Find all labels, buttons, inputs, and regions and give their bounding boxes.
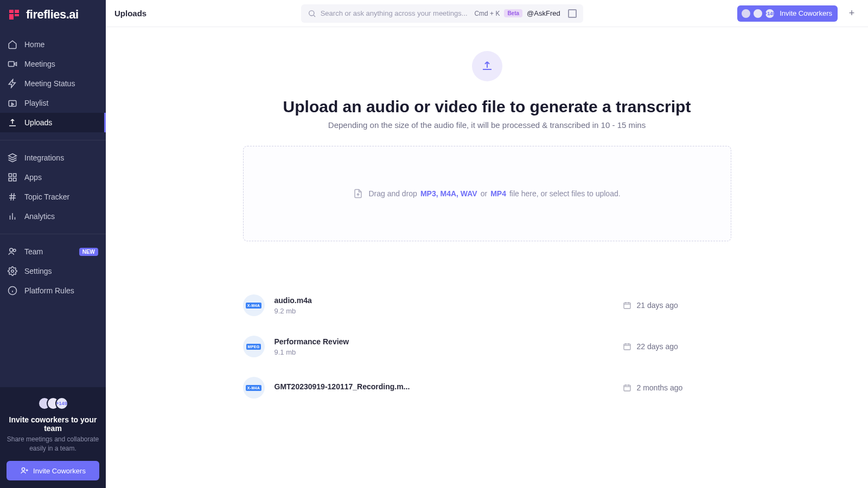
file-date: 21 days ago <box>623 301 731 310</box>
hero-subtitle: Depending on the size of the audio file,… <box>243 120 731 130</box>
askfred-mention: @AskFred <box>527 9 560 17</box>
team-icon <box>8 247 17 256</box>
upload-hero: Upload an audio or video file to generat… <box>243 51 731 241</box>
file-name: Performance Review <box>275 337 437 346</box>
file-size: 9.2 mb <box>275 307 613 315</box>
file-type-icon: X-M4A <box>243 377 265 399</box>
file-meta: GMT20230919-120117_Recording.m... <box>275 382 613 393</box>
file-name: audio.m4a <box>275 296 437 305</box>
sidebar-item-settings[interactable]: Settings <box>0 261 106 281</box>
search-input[interactable] <box>321 9 470 17</box>
search-container[interactable]: Cmd + K Beta @AskFred <box>301 4 583 23</box>
sidebar-item-meeting-status[interactable]: Meeting Status <box>0 74 106 93</box>
file-type-icon: X-M4A <box>243 294 265 316</box>
calendar-icon <box>623 342 631 351</box>
svg-point-13 <box>10 248 13 252</box>
sidebar-label: Playlist <box>24 99 48 107</box>
shortcut-hint: Cmd + K <box>474 10 500 17</box>
hash-icon <box>8 192 17 202</box>
hero-title: Upload an audio or video file to generat… <box>243 98 731 116</box>
sidebar-item-integrations[interactable]: Integrations <box>0 148 106 168</box>
home-icon <box>8 40 17 49</box>
video-icon <box>8 59 17 69</box>
beta-badge: Beta <box>504 9 522 17</box>
file-meta: audio.m4a 9.2 mb <box>275 296 613 315</box>
svg-point-19 <box>22 468 24 471</box>
upload-hero-icon <box>472 51 502 81</box>
calendar-icon <box>623 383 631 392</box>
svg-line-23 <box>314 15 315 17</box>
nav-group-main: Home Meetings Meeting Status Playlist Up… <box>0 31 106 136</box>
stop-icon[interactable] <box>568 9 577 18</box>
add-button[interactable]: + <box>844 6 859 21</box>
file-name: GMT20230919-120117_Recording.m... <box>275 382 437 391</box>
file-badge: X-M4A <box>246 385 261 391</box>
dropzone[interactable]: Drag and drop MP3, M4A, WAV or MP4 file … <box>243 146 731 241</box>
sidebar-item-topic-tracker[interactable]: Topic Tracker <box>0 187 106 207</box>
sidebar-label: Platform Rules <box>24 286 74 295</box>
new-badge: NEW <box>79 248 98 256</box>
calendar-icon <box>623 301 631 310</box>
layers-icon <box>8 153 17 163</box>
sidebar-item-apps[interactable]: Apps <box>0 168 106 187</box>
search-icon <box>308 9 316 18</box>
file-row[interactable]: MPEG Performance Review 9.1 mb 22 days a… <box>243 326 731 367</box>
avatar <box>752 8 763 19</box>
svg-line-8 <box>11 193 12 201</box>
file-meta: Performance Review 9.1 mb <box>275 337 613 356</box>
svg-point-15 <box>11 270 14 273</box>
svg-rect-3 <box>14 174 16 176</box>
sidebar-item-home[interactable]: Home <box>0 35 106 54</box>
dropzone-or: or <box>481 189 487 198</box>
invite-subtitle: Share meetings and collaborate easily in… <box>7 435 99 453</box>
main: Uploads Cmd + K Beta @AskFred +149 Invit… <box>106 0 868 488</box>
file-list: X-M4A audio.m4a 9.2 mb 21 days ago MPEG … <box>243 285 731 408</box>
svg-rect-0 <box>9 62 15 67</box>
svg-rect-24 <box>624 303 630 309</box>
upload-arrow-icon <box>481 60 494 73</box>
avatar-stack: +149 <box>7 397 99 410</box>
file-date-text: 21 days ago <box>637 301 678 310</box>
content: Upload an audio or video file to generat… <box>106 27 868 488</box>
nav-divider <box>0 140 106 140</box>
file-date-text: 22 days ago <box>637 342 678 351</box>
file-row[interactable]: X-M4A audio.m4a 9.2 mb 21 days ago <box>243 285 731 326</box>
dropzone-text-post: file here, or select files to upload. <box>509 189 621 198</box>
brand-logo[interactable]: fireflies.ai <box>0 0 106 31</box>
avatar-count: +149 <box>764 8 775 19</box>
invite-coworkers-button[interactable]: Invite Coworkers <box>7 461 99 480</box>
dropzone-formats1: MP3, M4A, WAV <box>420 189 477 198</box>
invite-top-label: Invite Coworkers <box>780 9 832 17</box>
topbar-actions: +149 Invite Coworkers + <box>737 5 859 22</box>
sidebar-item-team[interactable]: Team NEW <box>0 242 106 261</box>
svg-rect-5 <box>14 178 16 181</box>
avatar-count: +149 <box>55 397 68 410</box>
svg-point-22 <box>309 10 314 15</box>
sidebar-item-uploads[interactable]: Uploads <box>0 113 106 132</box>
dropzone-formats2: MP4 <box>490 189 506 198</box>
file-row[interactable]: X-M4A GMT20230919-120117_Recording.m... … <box>243 367 731 408</box>
topbar: Uploads Cmd + K Beta @AskFred +149 Invit… <box>106 0 868 27</box>
svg-rect-32 <box>624 385 630 391</box>
sidebar-label: Meeting Status <box>24 79 75 88</box>
sidebar: fireflies.ai Home Meetings Meeting Statu… <box>0 0 106 488</box>
file-size: 9.1 mb <box>275 348 613 356</box>
sidebar-item-analytics[interactable]: Analytics <box>0 207 106 226</box>
upload-icon <box>8 118 17 127</box>
file-upload-icon <box>353 189 363 198</box>
nav-group-tertiary: Team NEW Settings Platform Rules <box>0 239 106 304</box>
invite-cta-label: Invite Coworkers <box>33 467 86 475</box>
sidebar-item-meetings[interactable]: Meetings <box>0 54 106 74</box>
sidebar-label: Analytics <box>24 212 55 221</box>
sidebar-item-platform-rules[interactable]: Platform Rules <box>0 281 106 300</box>
file-date: 22 days ago <box>623 342 731 351</box>
sidebar-label: Team <box>24 247 43 256</box>
svg-rect-28 <box>624 344 630 350</box>
invite-title: Invite coworkers to your team <box>7 415 99 433</box>
dropzone-text-pre: Drag and drop <box>368 189 417 198</box>
brand-name: fireflies.ai <box>26 8 79 22</box>
file-date: 2 months ago <box>623 383 731 392</box>
invite-coworkers-top-button[interactable]: +149 Invite Coworkers <box>737 5 838 22</box>
page-title: Uploads <box>114 9 146 18</box>
sidebar-item-playlist[interactable]: Playlist <box>0 93 106 113</box>
